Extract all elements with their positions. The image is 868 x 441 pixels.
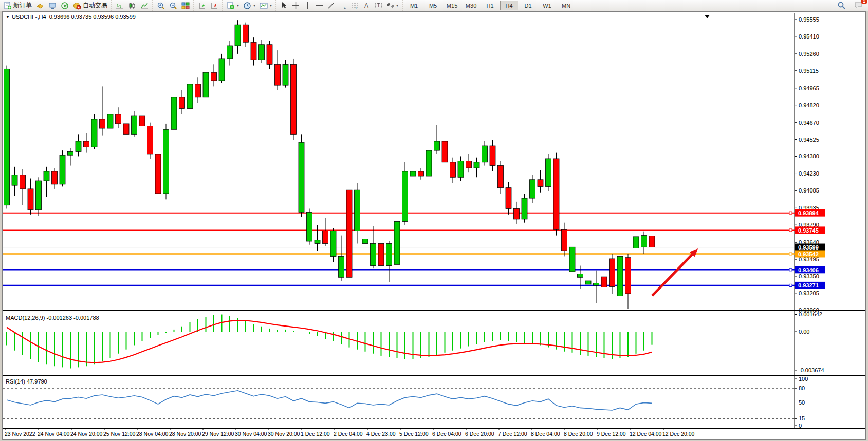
cursor-button[interactable] bbox=[278, 0, 290, 11]
line-handle[interactable] bbox=[789, 212, 792, 214]
time-axis-label[interactable]: 25 Nov 12:00 bbox=[103, 431, 136, 437]
chart-canvas[interactable]: 0.955550.954100.952600.951150.949650.948… bbox=[3, 12, 865, 439]
horizontal-line-button[interactable] bbox=[313, 0, 325, 11]
trendline-button[interactable] bbox=[325, 0, 337, 11]
time-axis-label[interactable]: 8 Dec 20:00 bbox=[564, 431, 593, 437]
text-label-button[interactable]: T bbox=[373, 0, 384, 11]
time-axis-label[interactable]: 12 Dec 20:00 bbox=[662, 431, 695, 437]
line-handle[interactable] bbox=[789, 269, 792, 271]
candle-body bbox=[434, 141, 440, 150]
equidistant-channel-button[interactable]: E bbox=[337, 0, 349, 11]
search-icon bbox=[837, 1, 846, 10]
toolbar-group-objects: E F A T ▾ bbox=[275, 0, 402, 11]
price-tick-label: 0.94230 bbox=[799, 170, 819, 177]
candle-body bbox=[4, 69, 10, 205]
candle-body bbox=[307, 212, 312, 241]
trend-arrow-line[interactable] bbox=[652, 255, 692, 296]
macd-main-value: -0.001263 bbox=[46, 315, 72, 321]
tile-windows-icon bbox=[181, 2, 190, 10]
chart-profile-button[interactable]: ▾ bbox=[257, 0, 274, 11]
timeframe-W1[interactable]: W1 bbox=[538, 1, 556, 10]
timeframe-clock-button[interactable]: ▾ bbox=[241, 0, 257, 11]
notifications-button[interactable]: 1 bbox=[852, 0, 865, 11]
time-axis-label[interactable]: 8 Dec 04:00 bbox=[531, 431, 560, 437]
candle-body bbox=[585, 281, 591, 284]
trading-terminal-window: 新订单 自动交易 bbox=[0, 0, 868, 441]
time-axis-label[interactable]: 28 Nov 04:00 bbox=[136, 431, 169, 437]
timeframe-H1[interactable]: H1 bbox=[481, 1, 499, 10]
time-axis-label[interactable]: 7 Dec 12:00 bbox=[498, 431, 527, 437]
search-button[interactable] bbox=[835, 0, 848, 11]
time-axis-label[interactable]: 24 Nov 20:00 bbox=[70, 431, 103, 437]
market-watch-button[interactable] bbox=[34, 0, 46, 11]
zoom-out-button[interactable] bbox=[167, 0, 179, 11]
toolbar-group-charttype bbox=[111, 0, 152, 11]
candle-body bbox=[498, 166, 504, 188]
arrows-objects-button[interactable]: ▾ bbox=[384, 0, 400, 11]
crosshair-icon bbox=[292, 2, 300, 9]
candle-body bbox=[617, 256, 623, 296]
autotrading-button[interactable]: 自动交易 bbox=[71, 0, 109, 11]
candlestick-chart-button[interactable] bbox=[126, 0, 138, 11]
crosshair-button[interactable] bbox=[290, 0, 302, 11]
time-axis-label[interactable]: 1 Dec 12:00 bbox=[301, 431, 330, 437]
candle-body bbox=[123, 124, 129, 134]
timeframe-M30[interactable]: M30 bbox=[462, 1, 480, 10]
templates-button[interactable]: ▾ bbox=[225, 0, 241, 11]
timeframe-M5[interactable]: M5 bbox=[424, 1, 442, 10]
timeframe-H4[interactable]: H4 bbox=[500, 1, 518, 10]
line-handle[interactable] bbox=[789, 229, 792, 232]
terminal-button[interactable] bbox=[46, 0, 59, 11]
candle-body bbox=[195, 84, 201, 97]
zoom-in-button[interactable] bbox=[155, 0, 167, 11]
tile-windows-button[interactable] bbox=[179, 0, 192, 11]
chart-window[interactable]: 0.955550.954100.952600.951150.949650.948… bbox=[2, 11, 866, 440]
new-order-button[interactable]: 新订单 bbox=[2, 0, 34, 11]
text-button[interactable]: A bbox=[361, 0, 373, 11]
indicators-list-button[interactable] bbox=[196, 0, 208, 11]
candle-body bbox=[378, 244, 384, 266]
line-handle[interactable] bbox=[789, 284, 792, 286]
time-axis-label[interactable]: 23 Nov 2022 bbox=[5, 431, 35, 437]
price-tick-label: 0.94820 bbox=[799, 102, 819, 108]
line-handle[interactable] bbox=[789, 253, 792, 255]
cursor-icon bbox=[280, 2, 288, 9]
price-tick-label: 0.95410 bbox=[799, 33, 819, 40]
chart-shift-marker[interactable] bbox=[705, 15, 710, 18]
candle-body bbox=[291, 64, 297, 134]
periods-button[interactable] bbox=[208, 0, 220, 11]
bar-chart-icon bbox=[116, 2, 124, 10]
candle-body bbox=[546, 159, 551, 186]
candle-body bbox=[514, 208, 520, 219]
timeframe-M15[interactable]: M15 bbox=[443, 1, 461, 10]
candle-body bbox=[12, 175, 17, 185]
candle-body bbox=[530, 180, 535, 198]
time-axis-label[interactable]: 30 Nov 20:00 bbox=[268, 431, 300, 437]
fibonacci-button[interactable]: F bbox=[349, 0, 361, 11]
time-axis-label[interactable]: 5 Dec 12:00 bbox=[399, 431, 429, 437]
time-axis-label[interactable]: 28 Nov 20:00 bbox=[169, 431, 201, 437]
timeframe-D1[interactable]: D1 bbox=[519, 1, 537, 10]
price-tick-label: 0.94380 bbox=[799, 153, 819, 159]
time-axis-label[interactable]: 4 Dec 23:00 bbox=[366, 431, 396, 437]
time-axis-label[interactable]: 6 Dec 20:00 bbox=[465, 431, 494, 437]
timeframe-MN[interactable]: MN bbox=[557, 1, 575, 10]
time-axis-label[interactable]: 29 Nov 12:00 bbox=[202, 431, 234, 437]
price-tick-label: 0.94670 bbox=[799, 120, 819, 126]
chevron-down-icon: ▾ bbox=[396, 3, 398, 8]
signals-button[interactable] bbox=[59, 0, 71, 11]
time-axis-label[interactable]: 24 Nov 04:00 bbox=[38, 431, 70, 437]
time-axis-label[interactable]: 9 Dec 12:00 bbox=[597, 431, 626, 437]
vertical-line-button[interactable] bbox=[302, 0, 313, 11]
time-axis-label[interactable]: 2 Dec 04:00 bbox=[334, 431, 363, 437]
macd-name: MACD(12,26,9) bbox=[6, 315, 45, 321]
timeframe-M1[interactable]: M1 bbox=[405, 1, 423, 10]
time-axis-label[interactable]: 6 Dec 04:00 bbox=[432, 431, 461, 437]
time-axis-label[interactable]: 12 Dec 04:00 bbox=[630, 431, 662, 437]
arrow-objects-icon bbox=[386, 2, 394, 9]
time-axis-label[interactable]: 30 Nov 04:00 bbox=[235, 431, 267, 437]
line-chart-button[interactable] bbox=[138, 0, 151, 11]
bar-chart-button[interactable] bbox=[114, 0, 126, 11]
chevron-down-icon: ▾ bbox=[270, 3, 272, 8]
chart-dropdown-icon[interactable]: ▼ bbox=[6, 15, 10, 20]
